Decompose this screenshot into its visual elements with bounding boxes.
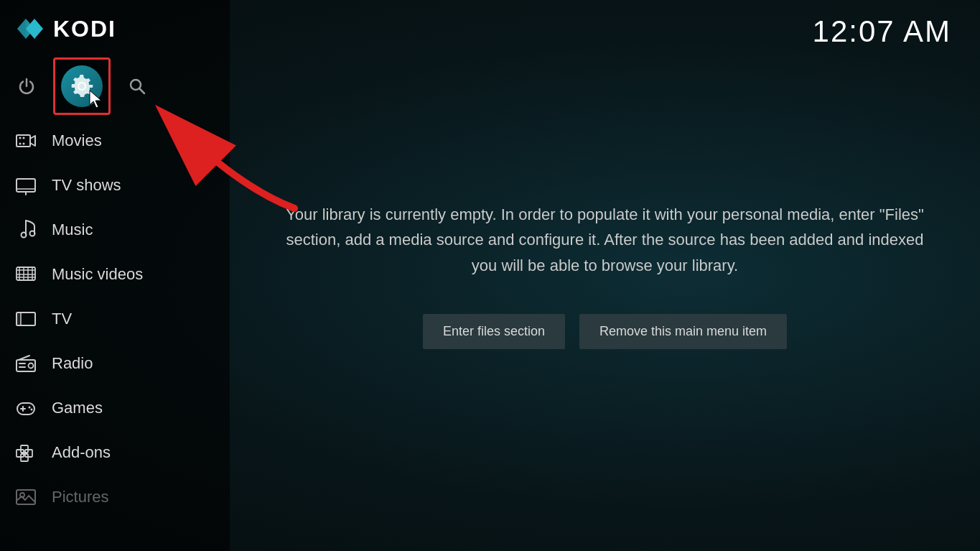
svg-point-36 xyxy=(29,407,31,409)
svg-rect-6 xyxy=(17,135,30,147)
tvshows-label: TV shows xyxy=(52,176,121,195)
svg-rect-12 xyxy=(17,179,35,192)
sidebar-item-tvshows[interactable]: TV shows xyxy=(0,163,230,208)
sidebar-item-addons[interactable]: Add-ons xyxy=(0,430,230,475)
svg-point-10 xyxy=(19,143,22,145)
library-message-text: Your library is currently empty. In orde… xyxy=(282,202,928,278)
svg-point-30 xyxy=(29,364,34,369)
tv-label: TV xyxy=(52,310,72,328)
addons-icon xyxy=(14,441,37,464)
power-button[interactable] xyxy=(11,70,42,102)
musicvideos-label: Music videos xyxy=(52,265,143,284)
sidebar-item-music[interactable]: Music xyxy=(0,208,230,252)
svg-marker-3 xyxy=(90,91,101,108)
movies-label: Movies xyxy=(52,131,102,150)
svg-marker-2 xyxy=(17,19,26,39)
enter-files-button[interactable]: Enter files section xyxy=(423,314,565,349)
radio-icon xyxy=(14,352,37,375)
games-icon xyxy=(14,397,37,420)
svg-marker-7 xyxy=(30,136,35,146)
svg-rect-38 xyxy=(17,450,24,457)
sidebar-item-movies[interactable]: Movies xyxy=(0,119,230,163)
cursor-icon xyxy=(87,89,107,109)
svg-rect-29 xyxy=(17,360,35,371)
sidebar-item-games[interactable]: Games xyxy=(0,386,230,430)
top-icons-row xyxy=(0,57,230,115)
settings-button[interactable] xyxy=(53,57,111,115)
musicvideos-icon xyxy=(14,263,37,286)
tvshows-icon xyxy=(14,174,37,197)
sidebar-item-musicvideos[interactable]: Music videos xyxy=(0,252,230,297)
app-title: KODI xyxy=(53,16,116,42)
library-message-container: Your library is currently empty. In orde… xyxy=(282,202,928,278)
svg-rect-41 xyxy=(21,454,28,461)
remove-menu-item-button[interactable]: Remove this main menu item xyxy=(579,314,787,349)
tv-icon xyxy=(14,307,37,330)
power-icon xyxy=(17,77,36,96)
svg-point-9 xyxy=(23,137,25,139)
sidebar-item-radio[interactable]: Radio xyxy=(0,341,230,386)
kodi-logo-icon xyxy=(14,13,46,45)
svg-point-37 xyxy=(31,409,33,411)
svg-rect-42 xyxy=(17,490,35,504)
nav-items: Movies TV shows xyxy=(0,119,230,551)
sidebar-item-pictures[interactable]: Pictures xyxy=(0,475,230,519)
music-icon xyxy=(14,218,37,241)
svg-point-8 xyxy=(19,137,22,139)
music-label: Music xyxy=(52,221,93,239)
svg-rect-40 xyxy=(21,445,28,453)
main-content: Your library is currently empty. In orde… xyxy=(230,0,980,551)
sidebar-item-tv[interactable]: TV xyxy=(0,297,230,341)
search-icon xyxy=(128,77,146,96)
svg-point-11 xyxy=(23,143,25,145)
sidebar: KODI xyxy=(0,0,230,551)
pictures-label: Pictures xyxy=(52,488,108,506)
logo-area: KODI xyxy=(0,0,230,57)
movies-icon xyxy=(14,129,37,152)
svg-rect-28 xyxy=(17,312,21,325)
addons-label: Add-ons xyxy=(52,443,111,462)
svg-rect-39 xyxy=(25,450,32,457)
svg-line-5 xyxy=(139,88,144,93)
radio-label: Radio xyxy=(52,354,93,373)
action-buttons: Enter files section Remove this main men… xyxy=(423,314,787,349)
games-label: Games xyxy=(52,399,103,417)
search-button[interactable] xyxy=(121,70,153,102)
pictures-icon xyxy=(14,486,37,509)
